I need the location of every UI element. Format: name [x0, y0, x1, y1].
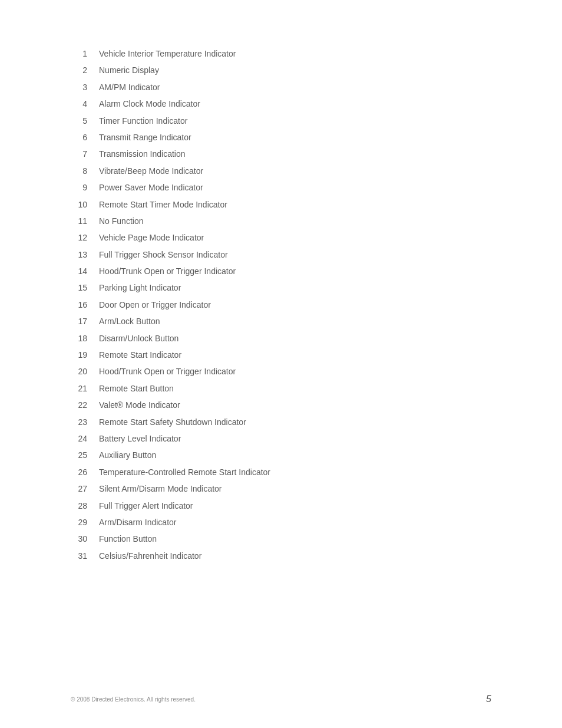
- item-number: 16: [71, 298, 99, 311]
- page-container: 1Vehicle Interior Temperature Indicator2…: [0, 0, 562, 728]
- page-footer: © 2008 Directed Electronics. All rights …: [0, 694, 562, 704]
- item-number: 28: [71, 499, 99, 512]
- list-item: 29Arm/Disarm Indicator: [71, 516, 491, 529]
- list-item: 5Timer Function Indicator: [71, 114, 491, 127]
- list-item: 17Arm/Lock Button: [71, 315, 491, 328]
- item-label: Hood/Trunk Open or Trigger Indicator: [99, 265, 236, 278]
- list-item: 18Disarm/Unlock Button: [71, 332, 491, 345]
- item-number: 9: [71, 181, 99, 194]
- item-number: 2: [71, 64, 99, 77]
- item-number: 8: [71, 164, 99, 177]
- item-label: Parking Light Indicator: [99, 281, 181, 294]
- list-item: 2Numeric Display: [71, 64, 491, 77]
- list-item: 28Full Trigger Alert Indicator: [71, 499, 491, 512]
- list-item: 1Vehicle Interior Temperature Indicator: [71, 47, 491, 60]
- item-number: 24: [71, 432, 99, 445]
- item-label: Arm/Lock Button: [99, 315, 160, 328]
- item-number: 15: [71, 281, 99, 294]
- list-item: 22Valet® Mode Indicator: [71, 398, 491, 411]
- item-label: Temperature-Controlled Remote Start Indi…: [99, 466, 270, 479]
- item-label: Alarm Clock Mode Indicator: [99, 97, 200, 110]
- list-item: 12Vehicle Page Mode Indicator: [71, 231, 491, 244]
- item-number: 5: [71, 114, 99, 127]
- list-item: 13Full Trigger Shock Sensor Indicator: [71, 248, 491, 261]
- item-label: Numeric Display: [99, 64, 159, 77]
- item-label: Arm/Disarm Indicator: [99, 516, 176, 529]
- item-label: Disarm/Unlock Button: [99, 332, 178, 345]
- list-item: 9Power Saver Mode Indicator: [71, 181, 491, 194]
- list-item: 14Hood/Trunk Open or Trigger Indicator: [71, 265, 491, 278]
- list-item: 26Temperature-Controlled Remote Start In…: [71, 466, 491, 479]
- item-number: 22: [71, 398, 99, 411]
- item-label: Power Saver Mode Indicator: [99, 181, 203, 194]
- list-item: 15Parking Light Indicator: [71, 281, 491, 294]
- item-number: 27: [71, 482, 99, 495]
- item-number: 25: [71, 449, 99, 462]
- item-label: Battery Level Indicator: [99, 432, 181, 445]
- item-number: 3: [71, 81, 99, 94]
- list-item: 3AM/PM Indicator: [71, 81, 491, 94]
- list-item: 31Celsius/Fahrenheit Indicator: [71, 549, 491, 562]
- list-item: 4Alarm Clock Mode Indicator: [71, 97, 491, 110]
- item-label: Auxiliary Button: [99, 449, 156, 462]
- item-label: Door Open or Trigger Indicator: [99, 298, 211, 311]
- item-label: Full Trigger Alert Indicator: [99, 499, 193, 512]
- item-label: Vehicle Page Mode Indicator: [99, 231, 204, 244]
- item-number: 12: [71, 231, 99, 244]
- list-item: 25Auxiliary Button: [71, 449, 491, 462]
- list-item: 20Hood/Trunk Open or Trigger Indicator: [71, 365, 491, 378]
- item-label: AM/PM Indicator: [99, 81, 160, 94]
- item-label: Vehicle Interior Temperature Indicator: [99, 47, 236, 60]
- item-label: Full Trigger Shock Sensor Indicator: [99, 248, 228, 261]
- item-label: Remote Start Button: [99, 382, 174, 395]
- item-label: Silent Arm/Disarm Mode Indicator: [99, 482, 222, 495]
- item-number: 19: [71, 348, 99, 361]
- item-number: 4: [71, 97, 99, 110]
- item-label: Remote Start Indicator: [99, 348, 181, 361]
- item-number: 17: [71, 315, 99, 328]
- item-number: 13: [71, 248, 99, 261]
- item-number: 7: [71, 147, 99, 160]
- list-item: 19Remote Start Indicator: [71, 348, 491, 361]
- item-number: 1: [71, 47, 99, 60]
- item-number: 6: [71, 131, 99, 144]
- list-item: 24Battery Level Indicator: [71, 432, 491, 445]
- item-label: Vibrate/Beep Mode Indicator: [99, 164, 203, 177]
- indicator-list: 1Vehicle Interior Temperature Indicator2…: [71, 47, 491, 562]
- item-label: Celsius/Fahrenheit Indicator: [99, 549, 201, 562]
- item-label: Transmit Range Indicator: [99, 131, 191, 144]
- item-number: 29: [71, 516, 99, 529]
- list-item: 7Transmission Indication: [71, 147, 491, 160]
- item-label: No Function: [99, 215, 143, 228]
- list-item: 11No Function: [71, 215, 491, 228]
- item-number: 23: [71, 416, 99, 429]
- item-number: 10: [71, 198, 99, 211]
- item-label: Remote Start Safety Shutdown Indicator: [99, 416, 246, 429]
- item-number: 30: [71, 532, 99, 545]
- list-item: 21Remote Start Button: [71, 382, 491, 395]
- item-number: 31: [71, 549, 99, 562]
- item-number: 21: [71, 382, 99, 395]
- item-label: Function Button: [99, 532, 157, 545]
- item-label: Timer Function Indicator: [99, 114, 187, 127]
- list-item: 27Silent Arm/Disarm Mode Indicator: [71, 482, 491, 495]
- list-item: 23Remote Start Safety Shutdown Indicator: [71, 416, 491, 429]
- list-item: 30Function Button: [71, 532, 491, 545]
- item-label: Remote Start Timer Mode Indicator: [99, 198, 227, 211]
- item-number: 26: [71, 466, 99, 479]
- item-label: Hood/Trunk Open or Trigger Indicator: [99, 365, 236, 378]
- item-number: 11: [71, 215, 99, 228]
- list-item: 16Door Open or Trigger Indicator: [71, 298, 491, 311]
- item-number: 20: [71, 365, 99, 378]
- item-number: 18: [71, 332, 99, 345]
- item-label: Transmission Indication: [99, 147, 186, 160]
- copyright-text: © 2008 Directed Electronics. All rights …: [71, 696, 196, 703]
- list-item: 8Vibrate/Beep Mode Indicator: [71, 164, 491, 177]
- item-number: 14: [71, 265, 99, 278]
- list-item: 6Transmit Range Indicator: [71, 131, 491, 144]
- item-label: Valet® Mode Indicator: [99, 398, 180, 411]
- page-number: 5: [486, 694, 491, 704]
- list-item: 10Remote Start Timer Mode Indicator: [71, 198, 491, 211]
